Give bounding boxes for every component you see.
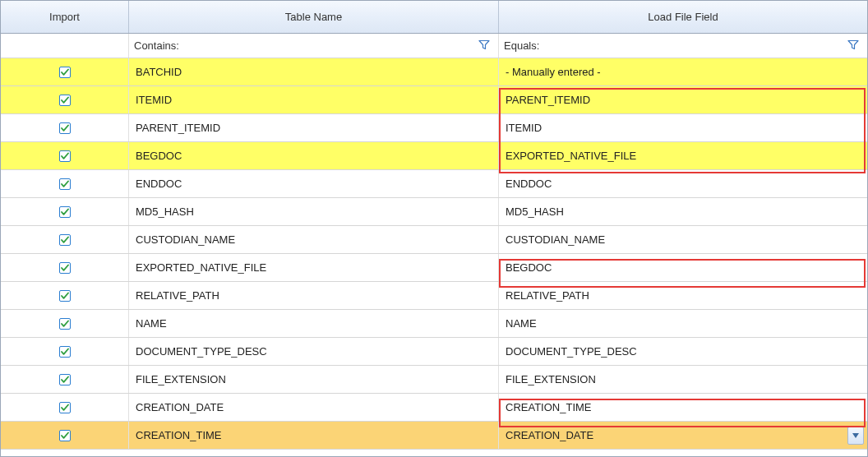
import-checkbox[interactable]	[59, 122, 71, 134]
table-row[interactable]: CREATION_TIMECREATION_DATE	[1, 422, 867, 450]
load-field-value: CREATION_TIME	[506, 401, 592, 413]
import-checkbox[interactable]	[59, 67, 71, 78]
filter-table-cell[interactable]: Contains:	[129, 34, 499, 58]
import-cell	[1, 198, 129, 225]
import-checkbox[interactable]	[59, 290, 71, 302]
filter-icon[interactable]	[478, 39, 490, 53]
load-field-cell[interactable]: RELATIVE_PATH	[499, 282, 867, 309]
load-field-cell[interactable]: ENDDOC	[499, 170, 867, 197]
table-name-value: MD5_HASH	[136, 205, 194, 218]
import-cell	[1, 142, 129, 169]
header-load-label: Load File Field	[648, 11, 718, 23]
load-field-value: DOCUMENT_TYPE_DESC	[506, 345, 637, 358]
load-field-cell[interactable]: CREATION_DATE	[499, 422, 867, 449]
import-checkbox[interactable]	[59, 318, 71, 330]
table-name-cell: BEGDOC	[129, 142, 499, 169]
load-field-value: RELATIVE_PATH	[506, 289, 589, 302]
table-header: Import Table Name Load File Field	[1, 1, 867, 34]
load-field-value: MD5_HASH	[506, 205, 564, 218]
load-field-value: ENDDOC	[506, 178, 552, 190]
filter-import-cell	[1, 34, 129, 58]
table-name-value: CREATION_TIME	[136, 429, 222, 441]
import-cell	[1, 114, 129, 141]
import-cell	[1, 86, 129, 113]
filter-table-label: Contains:	[134, 39, 179, 52]
table-row[interactable]: EXPORTED_NATIVE_FILEBEGDOC	[1, 254, 867, 282]
table-name-cell: PARENT_ITEMID	[129, 114, 499, 141]
import-cell	[1, 226, 129, 253]
table-name-cell: ITEMID	[129, 86, 499, 113]
import-cell	[1, 338, 129, 365]
import-checkbox[interactable]	[59, 346, 71, 358]
import-cell	[1, 170, 129, 197]
load-field-cell[interactable]: EXPORTED_NATIVE_FILE	[499, 142, 867, 169]
header-table-label: Table Name	[285, 11, 342, 23]
table-row[interactable]: MD5_HASHMD5_HASH	[1, 198, 867, 226]
header-table-name[interactable]: Table Name	[129, 1, 499, 33]
table-name-cell: FILE_EXTENSION	[129, 366, 499, 393]
table-name-value: PARENT_ITEMID	[136, 122, 220, 134]
load-field-value: EXPORTED_NATIVE_FILE	[506, 150, 636, 162]
table-row[interactable]: BEGDOCEXPORTED_NATIVE_FILE	[1, 142, 867, 170]
table-row[interactable]: ITEMIDPARENT_ITEMID	[1, 86, 867, 114]
field-mapping-grid: Import Table Name Load File Field Contai…	[0, 0, 868, 457]
filter-icon[interactable]	[847, 39, 859, 53]
table-name-cell: EXPORTED_NATIVE_FILE	[129, 254, 499, 281]
load-field-cell[interactable]: NAME	[499, 310, 867, 337]
load-field-cell[interactable]: CUSTODIAN_NAME	[499, 226, 867, 253]
import-cell	[1, 282, 129, 309]
load-field-cell[interactable]: ITEMID	[499, 114, 867, 141]
table-row[interactable]: RELATIVE_PATHRELATIVE_PATH	[1, 282, 867, 310]
filter-row: Contains: Equals:	[1, 34, 867, 58]
import-checkbox[interactable]	[59, 95, 71, 106]
load-field-value: ITEMID	[506, 122, 542, 134]
table-name-value: EXPORTED_NATIVE_FILE	[136, 261, 266, 274]
import-checkbox[interactable]	[59, 262, 71, 274]
load-field-value: NAME	[506, 317, 537, 330]
table-name-cell: ENDDOC	[129, 170, 499, 197]
import-checkbox[interactable]	[59, 430, 71, 441]
import-checkbox[interactable]	[59, 206, 71, 218]
import-checkbox[interactable]	[59, 374, 71, 385]
import-cell	[1, 366, 129, 393]
dropdown-arrow-icon[interactable]	[847, 427, 864, 445]
load-field-value: PARENT_ITEMID	[506, 94, 590, 106]
table-row[interactable]: CUSTODIAN_NAMECUSTODIAN_NAME	[1, 226, 867, 254]
load-field-value: BEGDOC	[506, 261, 552, 274]
table-row[interactable]: PARENT_ITEMIDITEMID	[1, 114, 867, 142]
import-cell	[1, 58, 129, 85]
load-field-cell[interactable]: PARENT_ITEMID	[499, 86, 867, 113]
import-cell	[1, 310, 129, 337]
load-field-value: CREATION_DATE	[506, 429, 593, 441]
load-field-cell[interactable]: DOCUMENT_TYPE_DESC	[499, 338, 867, 365]
import-checkbox[interactable]	[59, 178, 71, 190]
table-row[interactable]: DOCUMENT_TYPE_DESCDOCUMENT_TYPE_DESC	[1, 338, 867, 366]
table-name-cell: CREATION_DATE	[129, 394, 499, 421]
table-row[interactable]: ENDDOCENDDOC	[1, 170, 867, 198]
table-name-cell: MD5_HASH	[129, 198, 499, 225]
table-name-cell: NAME	[129, 310, 499, 337]
import-checkbox[interactable]	[59, 402, 71, 413]
table-row[interactable]: CREATION_DATECREATION_TIME	[1, 394, 867, 422]
table-name-cell: RELATIVE_PATH	[129, 282, 499, 309]
import-checkbox[interactable]	[59, 150, 71, 162]
load-field-cell[interactable]: - Manually entered -	[499, 58, 867, 85]
table-name-value: ENDDOC	[136, 178, 182, 190]
table-row[interactable]: NAMENAME	[1, 310, 867, 338]
load-field-cell[interactable]: BEGDOC	[499, 254, 867, 281]
import-checkbox[interactable]	[59, 234, 71, 246]
load-field-cell[interactable]: MD5_HASH	[499, 198, 867, 225]
load-field-value: CUSTODIAN_NAME	[506, 233, 605, 246]
table-row[interactable]: FILE_EXTENSIONFILE_EXTENSION	[1, 366, 867, 394]
import-cell	[1, 254, 129, 281]
filter-load-cell[interactable]: Equals:	[499, 34, 867, 58]
table-name-cell: CREATION_TIME	[129, 422, 499, 449]
table-name-value: DOCUMENT_TYPE_DESC	[136, 345, 267, 358]
header-import[interactable]: Import	[1, 1, 129, 33]
load-field-cell[interactable]: CREATION_TIME	[499, 394, 867, 421]
table-name-value: BEGDOC	[136, 150, 182, 162]
header-load-file-field[interactable]: Load File Field	[499, 1, 867, 33]
load-field-cell[interactable]: FILE_EXTENSION	[499, 366, 867, 393]
table-row[interactable]: BATCHID- Manually entered -	[1, 58, 867, 86]
table-name-cell: CUSTODIAN_NAME	[129, 226, 499, 253]
